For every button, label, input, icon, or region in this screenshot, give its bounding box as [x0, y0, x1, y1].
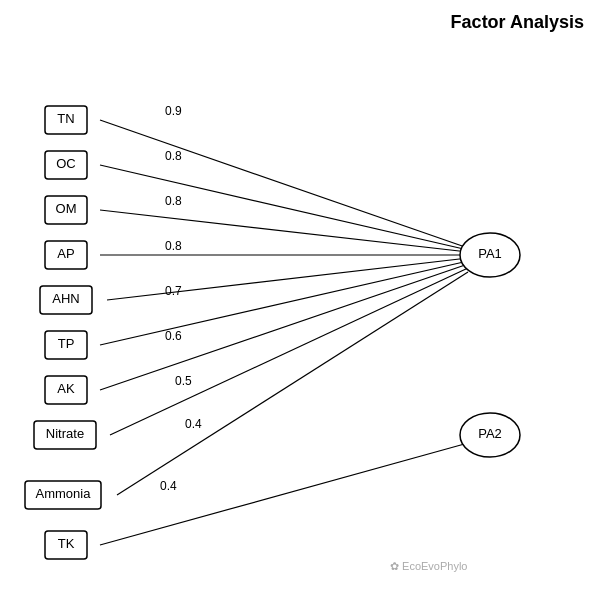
- label-box-ap: AP: [57, 246, 74, 261]
- watermark: ✿ EcoEvoPhylo: [390, 560, 467, 572]
- label-box-om: OM: [56, 201, 77, 216]
- label-ap: 0.8: [165, 239, 182, 253]
- label-box-ak: AK: [57, 381, 75, 396]
- edge-tp-pa1: [100, 261, 468, 345]
- label-pa2: PA2: [478, 426, 502, 441]
- edge-ak-pa1: [100, 264, 468, 390]
- chart-container: Factor Analysis 0.9 0.8 0.8 0.8 0.7 0.6 …: [0, 0, 604, 594]
- label-box-tp: TP: [58, 336, 75, 351]
- label-tn: 0.9: [165, 104, 182, 118]
- label-nitrate: 0.4: [185, 417, 202, 431]
- label-ammonia: 0.4: [160, 479, 177, 493]
- label-ahn: 0.7: [165, 284, 182, 298]
- label-box-tk: TK: [58, 536, 75, 551]
- label-om: 0.8: [165, 194, 182, 208]
- edge-tk-pa2: [100, 443, 468, 545]
- label-ak: 0.5: [175, 374, 192, 388]
- label-box-oc: OC: [56, 156, 76, 171]
- label-oc: 0.8: [165, 149, 182, 163]
- label-tp: 0.6: [165, 329, 182, 343]
- edge-tn-pa1: [100, 120, 468, 248]
- edge-ammonia-pa1: [117, 272, 468, 495]
- label-box-ahn: AHN: [52, 291, 79, 306]
- edge-oc-pa1: [100, 165, 468, 250]
- label-pa1: PA1: [478, 246, 502, 261]
- label-box-ammonia: Ammonia: [36, 486, 92, 501]
- label-box-tn: TN: [57, 111, 74, 126]
- label-box-nitrate: Nitrate: [46, 426, 84, 441]
- edge-om-pa1: [100, 210, 468, 252]
- factor-analysis-diagram: 0.9 0.8 0.8 0.8 0.7 0.6 0.5 0.4 0.4 TN O…: [0, 0, 604, 594]
